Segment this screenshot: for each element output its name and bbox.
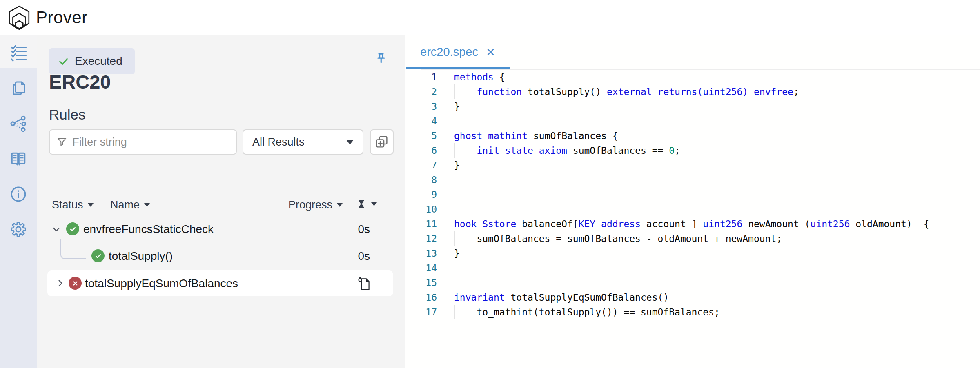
- results-filter-select[interactable]: All Results: [243, 129, 363, 155]
- code-line[interactable]: 13}: [405, 246, 980, 261]
- line-number: 14: [405, 261, 437, 275]
- line-number: 5: [405, 129, 437, 143]
- tab-label: erc20.spec: [420, 45, 478, 59]
- page-title: ERC20: [49, 71, 111, 93]
- chevron-right-icon[interactable]: [56, 279, 65, 287]
- code-line[interactable]: 6 init_state axiom sumOfBalances == 0;: [405, 143, 980, 158]
- open-source-file-icon[interactable]: [356, 275, 372, 292]
- documentation-book-icon[interactable]: [0, 146, 37, 171]
- rule-row-totalSupply[interactable]: totalSupply() 0s: [37, 246, 405, 267]
- prover-logo-icon: [7, 5, 32, 30]
- code-line[interactable]: 3}: [405, 99, 980, 114]
- rule-name: totalSupplyEqSumOfBalances: [85, 277, 238, 290]
- rule-row-envfreeFuncsStaticCheck[interactable]: envfreeFuncsStaticCheck 0s: [37, 219, 405, 240]
- sort-caret-icon: [371, 202, 377, 206]
- code-text: ghost mathint sumOfBalances {: [454, 129, 618, 143]
- results-filter-value: All Results: [252, 136, 305, 149]
- spec-editor: erc20.spec × 1methods {2 function totalS…: [405, 35, 980, 368]
- line-number: 3: [405, 99, 437, 114]
- column-header-status-label: Status: [52, 199, 83, 211]
- sort-caret-icon: [144, 203, 150, 207]
- pin-icon[interactable]: [374, 52, 388, 67]
- code-line[interactable]: 11hook Sstore balanceOf[KEY address acco…: [405, 217, 980, 231]
- info-icon[interactable]: [0, 182, 37, 206]
- run-panel: Executed ERC20 Rules All Results Status …: [37, 35, 405, 368]
- code-line[interactable]: 8: [405, 173, 980, 187]
- app-title: Prover: [36, 8, 88, 27]
- filter-input-wrapper: [49, 129, 237, 155]
- column-header-status[interactable]: Status: [52, 199, 94, 211]
- line-number: 8: [405, 173, 437, 187]
- rule-duration: 0s: [358, 250, 370, 263]
- sort-caret-icon: [337, 203, 343, 207]
- rules-section-title: Rules: [49, 106, 85, 123]
- line-number: 1: [405, 70, 437, 84]
- tab-erc20-spec[interactable]: erc20.spec ×: [405, 35, 510, 69]
- column-header-progress-label: Progress: [288, 199, 332, 211]
- code-text: function totalSupply() external returns(…: [454, 84, 799, 99]
- filter-funnel-icon: [56, 136, 67, 148]
- icon-rail: [0, 35, 37, 368]
- line-number: 13: [405, 246, 437, 261]
- settings-gear-icon[interactable]: [0, 217, 37, 242]
- line-number: 17: [405, 305, 437, 319]
- code-text: invariant totalSupplyEqSumOfBalances(): [454, 290, 669, 305]
- code-line[interactable]: 15: [405, 275, 980, 290]
- code-line[interactable]: 16invariant totalSupplyEqSumOfBalances(): [405, 290, 980, 305]
- line-number: 16: [405, 290, 437, 305]
- line-number: 6: [405, 143, 437, 158]
- code-line[interactable]: 4: [405, 114, 980, 129]
- code-line[interactable]: 12 sumOfBalances = sumOfBalances - oldAm…: [405, 231, 980, 246]
- code-text: }: [454, 246, 460, 261]
- column-header-duration[interactable]: [356, 199, 377, 209]
- rule-name: envfreeFuncsStaticCheck: [83, 223, 214, 236]
- code-line[interactable]: 2 function totalSupply() external return…: [405, 84, 980, 99]
- line-number: 12: [405, 231, 437, 246]
- duplicate-view-button[interactable]: [370, 129, 394, 155]
- status-verified-icon: [91, 249, 105, 262]
- code-line[interactable]: 9: [405, 187, 980, 202]
- line-number: 11: [405, 217, 437, 231]
- column-header-name-label: Name: [110, 199, 140, 211]
- editor-tab-bar: erc20.spec ×: [405, 35, 980, 69]
- app-header: Prover: [0, 0, 980, 35]
- column-header-progress[interactable]: Progress: [288, 199, 343, 211]
- line-number: 4: [405, 114, 437, 129]
- code-text: methods {: [454, 70, 505, 84]
- code-line[interactable]: 17 to_mathint(totalSupply()) == sumOfBal…: [405, 305, 980, 319]
- code-text: hook Sstore balanceOf[KEY address accoun…: [454, 217, 929, 231]
- hourglass-icon: [356, 199, 367, 209]
- filter-input[interactable]: [72, 136, 229, 149]
- chevron-down-icon[interactable]: [52, 226, 60, 234]
- code-text: sumOfBalances = sumOfBalances - oldAmoun…: [454, 231, 782, 246]
- code-lines: 1methods {2 function totalSupply() exter…: [405, 70, 980, 319]
- code-text: init_state axiom sumOfBalances == 0;: [454, 143, 680, 158]
- column-header-name[interactable]: Name: [110, 199, 150, 211]
- line-number: 7: [405, 158, 437, 173]
- status-badge-label: Executed: [75, 55, 122, 68]
- contracts-files-icon[interactable]: [0, 76, 37, 100]
- tab-close-icon[interactable]: ×: [486, 46, 495, 58]
- code-text: to_mathint(totalSupply()) == sumOfBalanc…: [454, 305, 720, 319]
- caret-down-icon: [346, 140, 354, 144]
- code-line[interactable]: 7}: [405, 158, 980, 173]
- line-number: 2: [405, 84, 437, 99]
- call-graph-icon[interactable]: [0, 111, 37, 136]
- rules-checklist-icon[interactable]: [0, 41, 37, 65]
- code-line[interactable]: 14: [405, 261, 980, 275]
- code-text: }: [454, 158, 460, 173]
- code-line[interactable]: 5ghost mathint sumOfBalances {: [405, 129, 980, 143]
- line-number: 9: [405, 187, 437, 202]
- rule-duration: 0s: [358, 223, 370, 236]
- check-icon: [58, 56, 69, 67]
- code-line[interactable]: 1methods {: [405, 70, 980, 84]
- line-number: 15: [405, 275, 437, 290]
- sort-caret-icon: [88, 203, 94, 207]
- code-line[interactable]: 10: [405, 202, 980, 217]
- status-violated-icon: [69, 277, 82, 290]
- rule-row-totalSupplyEqSumOfBalances[interactable]: totalSupplyEqSumOfBalances: [47, 270, 393, 296]
- rule-name: totalSupply(): [109, 250, 173, 263]
- tree-connector: [60, 239, 86, 259]
- copy-plus-icon: [374, 135, 389, 149]
- line-number: 10: [405, 202, 437, 217]
